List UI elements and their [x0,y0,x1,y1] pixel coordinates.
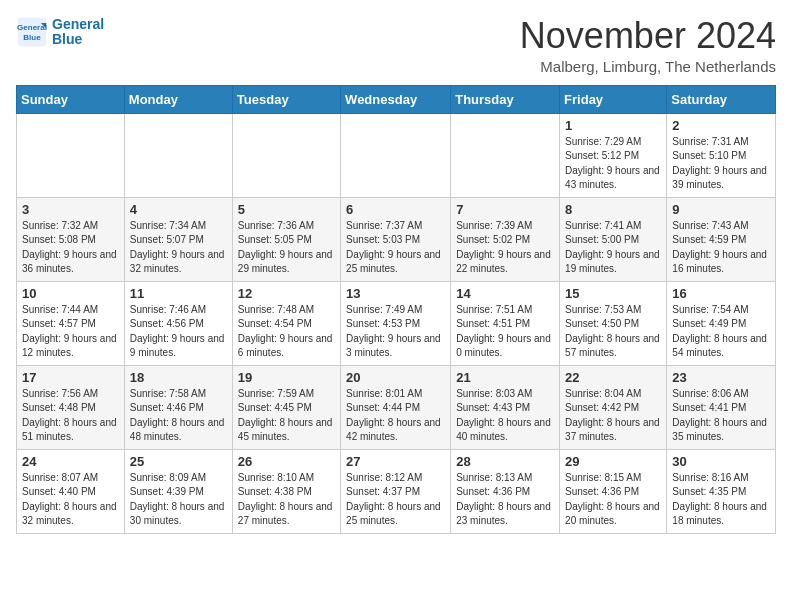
calendar-cell: 11Sunrise: 7:46 AM Sunset: 4:56 PM Dayli… [124,281,232,365]
day-info: Sunrise: 7:58 AM Sunset: 4:46 PM Dayligh… [130,387,227,445]
calendar-cell: 22Sunrise: 8:04 AM Sunset: 4:42 PM Dayli… [560,365,667,449]
calendar-cell: 13Sunrise: 7:49 AM Sunset: 4:53 PM Dayli… [341,281,451,365]
calendar-cell: 27Sunrise: 8:12 AM Sunset: 4:37 PM Dayli… [341,449,451,533]
weekday-header-saturday: Saturday [667,85,776,113]
weekday-header-friday: Friday [560,85,667,113]
day-info: Sunrise: 8:09 AM Sunset: 4:39 PM Dayligh… [130,471,227,529]
day-info: Sunrise: 8:07 AM Sunset: 4:40 PM Dayligh… [22,471,119,529]
calendar-cell: 16Sunrise: 7:54 AM Sunset: 4:49 PM Dayli… [667,281,776,365]
calendar-week-4: 17Sunrise: 7:56 AM Sunset: 4:48 PM Dayli… [17,365,776,449]
calendar-week-5: 24Sunrise: 8:07 AM Sunset: 4:40 PM Dayli… [17,449,776,533]
day-info: Sunrise: 8:16 AM Sunset: 4:35 PM Dayligh… [672,471,770,529]
calendar-cell: 18Sunrise: 7:58 AM Sunset: 4:46 PM Dayli… [124,365,232,449]
day-info: Sunrise: 8:03 AM Sunset: 4:43 PM Dayligh… [456,387,554,445]
day-number: 20 [346,370,445,385]
day-number: 23 [672,370,770,385]
calendar-cell: 3Sunrise: 7:32 AM Sunset: 5:08 PM Daylig… [17,197,125,281]
day-number: 5 [238,202,335,217]
day-info: Sunrise: 7:31 AM Sunset: 5:10 PM Dayligh… [672,135,770,193]
logo-blue: Blue [52,32,104,47]
day-info: Sunrise: 7:34 AM Sunset: 5:07 PM Dayligh… [130,219,227,277]
calendar-cell: 7Sunrise: 7:39 AM Sunset: 5:02 PM Daylig… [451,197,560,281]
day-info: Sunrise: 8:15 AM Sunset: 4:36 PM Dayligh… [565,471,661,529]
weekday-header-thursday: Thursday [451,85,560,113]
day-info: Sunrise: 7:32 AM Sunset: 5:08 PM Dayligh… [22,219,119,277]
day-number: 15 [565,286,661,301]
day-number: 13 [346,286,445,301]
day-info: Sunrise: 8:04 AM Sunset: 4:42 PM Dayligh… [565,387,661,445]
day-info: Sunrise: 8:01 AM Sunset: 4:44 PM Dayligh… [346,387,445,445]
day-info: Sunrise: 8:12 AM Sunset: 4:37 PM Dayligh… [346,471,445,529]
calendar-cell: 26Sunrise: 8:10 AM Sunset: 4:38 PM Dayli… [232,449,340,533]
day-number: 17 [22,370,119,385]
calendar-cell: 30Sunrise: 8:16 AM Sunset: 4:35 PM Dayli… [667,449,776,533]
calendar-cell: 10Sunrise: 7:44 AM Sunset: 4:57 PM Dayli… [17,281,125,365]
day-number: 14 [456,286,554,301]
calendar-cell: 1Sunrise: 7:29 AM Sunset: 5:12 PM Daylig… [560,113,667,197]
day-number: 9 [672,202,770,217]
day-number: 1 [565,118,661,133]
calendar-week-1: 1Sunrise: 7:29 AM Sunset: 5:12 PM Daylig… [17,113,776,197]
day-info: Sunrise: 7:51 AM Sunset: 4:51 PM Dayligh… [456,303,554,361]
location-title: Malberg, Limburg, The Netherlands [520,58,776,75]
calendar-cell: 24Sunrise: 8:07 AM Sunset: 4:40 PM Dayli… [17,449,125,533]
day-number: 7 [456,202,554,217]
day-number: 28 [456,454,554,469]
logo-icon: General Blue [16,16,48,48]
weekday-header-row: SundayMondayTuesdayWednesdayThursdayFrid… [17,85,776,113]
day-number: 3 [22,202,119,217]
day-info: Sunrise: 8:10 AM Sunset: 4:38 PM Dayligh… [238,471,335,529]
day-number: 19 [238,370,335,385]
calendar-cell [124,113,232,197]
day-info: Sunrise: 7:56 AM Sunset: 4:48 PM Dayligh… [22,387,119,445]
day-number: 11 [130,286,227,301]
calendar-cell: 29Sunrise: 8:15 AM Sunset: 4:36 PM Dayli… [560,449,667,533]
day-number: 4 [130,202,227,217]
weekday-header-sunday: Sunday [17,85,125,113]
day-number: 26 [238,454,335,469]
calendar-week-3: 10Sunrise: 7:44 AM Sunset: 4:57 PM Dayli… [17,281,776,365]
day-number: 24 [22,454,119,469]
day-number: 29 [565,454,661,469]
day-number: 30 [672,454,770,469]
day-number: 10 [22,286,119,301]
logo-general: General [52,17,104,32]
day-info: Sunrise: 7:36 AM Sunset: 5:05 PM Dayligh… [238,219,335,277]
calendar-cell: 12Sunrise: 7:48 AM Sunset: 4:54 PM Dayli… [232,281,340,365]
calendar-cell [17,113,125,197]
calendar-cell: 17Sunrise: 7:56 AM Sunset: 4:48 PM Dayli… [17,365,125,449]
day-info: Sunrise: 7:53 AM Sunset: 4:50 PM Dayligh… [565,303,661,361]
weekday-header-wednesday: Wednesday [341,85,451,113]
calendar-cell: 4Sunrise: 7:34 AM Sunset: 5:07 PM Daylig… [124,197,232,281]
day-info: Sunrise: 7:29 AM Sunset: 5:12 PM Dayligh… [565,135,661,193]
calendar-cell: 8Sunrise: 7:41 AM Sunset: 5:00 PM Daylig… [560,197,667,281]
day-info: Sunrise: 7:48 AM Sunset: 4:54 PM Dayligh… [238,303,335,361]
calendar-cell: 19Sunrise: 7:59 AM Sunset: 4:45 PM Dayli… [232,365,340,449]
day-info: Sunrise: 7:54 AM Sunset: 4:49 PM Dayligh… [672,303,770,361]
day-number: 22 [565,370,661,385]
calendar-cell: 14Sunrise: 7:51 AM Sunset: 4:51 PM Dayli… [451,281,560,365]
calendar-week-2: 3Sunrise: 7:32 AM Sunset: 5:08 PM Daylig… [17,197,776,281]
weekday-header-monday: Monday [124,85,232,113]
calendar-cell: 25Sunrise: 8:09 AM Sunset: 4:39 PM Dayli… [124,449,232,533]
day-number: 18 [130,370,227,385]
calendar-cell [451,113,560,197]
calendar-cell: 15Sunrise: 7:53 AM Sunset: 4:50 PM Dayli… [560,281,667,365]
day-number: 2 [672,118,770,133]
calendar-cell [341,113,451,197]
calendar-cell: 20Sunrise: 8:01 AM Sunset: 4:44 PM Dayli… [341,365,451,449]
day-number: 8 [565,202,661,217]
day-info: Sunrise: 7:37 AM Sunset: 5:03 PM Dayligh… [346,219,445,277]
page-header: General Blue General Blue November 2024 … [16,16,776,75]
day-info: Sunrise: 7:43 AM Sunset: 4:59 PM Dayligh… [672,219,770,277]
calendar-cell: 2Sunrise: 7:31 AM Sunset: 5:10 PM Daylig… [667,113,776,197]
calendar-cell: 6Sunrise: 7:37 AM Sunset: 5:03 PM Daylig… [341,197,451,281]
day-info: Sunrise: 7:59 AM Sunset: 4:45 PM Dayligh… [238,387,335,445]
day-number: 21 [456,370,554,385]
logo: General Blue General Blue [16,16,104,48]
calendar-cell: 23Sunrise: 8:06 AM Sunset: 4:41 PM Dayli… [667,365,776,449]
calendar-cell: 28Sunrise: 8:13 AM Sunset: 4:36 PM Dayli… [451,449,560,533]
calendar-cell: 21Sunrise: 8:03 AM Sunset: 4:43 PM Dayli… [451,365,560,449]
day-info: Sunrise: 7:44 AM Sunset: 4:57 PM Dayligh… [22,303,119,361]
svg-text:Blue: Blue [23,33,41,42]
